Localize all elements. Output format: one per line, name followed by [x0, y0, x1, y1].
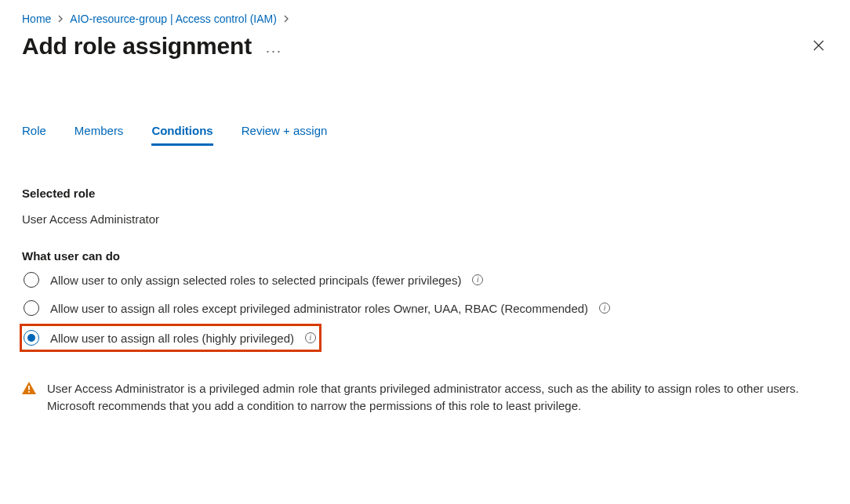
close-button[interactable] — [809, 36, 828, 57]
svg-rect-0 — [28, 386, 30, 390]
warning-message: User Access Administrator is a privilege… — [22, 380, 828, 415]
selected-role-label: Selected role — [22, 187, 828, 200]
chevron-right-icon — [57, 13, 64, 25]
chevron-right-icon — [283, 13, 289, 25]
permission-option-highlighted[interactable]: Allow user to assign all roles (highly p… — [20, 324, 321, 352]
info-icon[interactable]: i — [599, 303, 610, 314]
selected-role-value: User Access Administrator — [22, 212, 828, 226]
page-title: Add role assignment — [22, 33, 252, 60]
tab-members[interactable]: Members — [74, 124, 124, 146]
permission-option[interactable]: Allow user to only assign selected roles… — [22, 269, 828, 291]
tab-conditions[interactable]: Conditions — [151, 124, 212, 146]
more-actions-icon[interactable]: ··· — [266, 43, 282, 60]
radio-button[interactable] — [24, 272, 39, 288]
permission-option[interactable]: Allow user to assign all roles except pr… — [22, 297, 828, 319]
page-header: Add role assignment ··· — [22, 33, 828, 60]
radio-button[interactable] — [24, 300, 39, 316]
svg-rect-1 — [28, 391, 30, 393]
info-icon[interactable]: i — [472, 274, 483, 285]
permission-option-label: Allow user to assign all roles except pr… — [50, 302, 588, 315]
warning-icon — [22, 382, 36, 397]
warning-text: User Access Administrator is a privilege… — [47, 380, 828, 415]
tab-review-assign[interactable]: Review + assign — [242, 124, 328, 146]
permissions-label: What user can do — [22, 249, 828, 263]
breadcrumb-resource-group[interactable]: AIO-resource-group | Access control (IAM… — [70, 13, 277, 25]
info-icon[interactable]: i — [305, 332, 316, 343]
breadcrumb-home[interactable]: Home — [22, 13, 51, 25]
permission-option-label: Allow user to assign all roles (highly p… — [50, 332, 294, 345]
close-icon — [812, 39, 825, 52]
tab-bar: Role Members Conditions Review + assign — [22, 124, 828, 146]
radio-button-selected[interactable] — [24, 330, 39, 346]
permission-option-label: Allow user to only assign selected roles… — [50, 274, 461, 287]
tab-role[interactable]: Role — [22, 124, 46, 146]
breadcrumb: Home AIO-resource-group | Access control… — [22, 13, 828, 25]
